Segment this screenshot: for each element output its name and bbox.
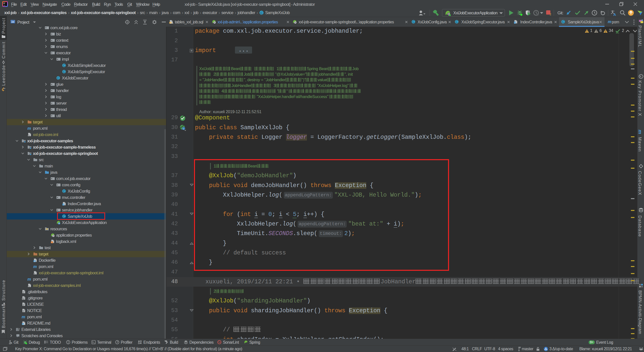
svg-text:C: C [63,70,65,74]
svg-text:C: C [63,64,65,67]
svg-text:C: C [562,20,565,24]
svg-text:D: D [34,260,35,262]
svg-text:MD: MD [22,323,25,325]
svg-text:m: m [27,126,31,130]
svg-text:m: m [27,277,31,281]
svg-text:c: c [183,127,184,130]
svg-text:C: C [260,11,263,15]
svg-text:m: m [22,315,25,319]
svg-text:J: J [63,203,64,205]
svg-text:m: m [608,20,611,24]
svg-text:SQL: SQL [170,22,173,24]
svg-text:‹›: ‹› [51,241,53,243]
svg-text:C: C [63,190,65,193]
svg-text:C: C [456,20,458,24]
svg-text:C: C [57,76,60,80]
svg-text:J: J [514,21,515,24]
svg-text:m: m [33,265,37,269]
svg-text:C: C [413,20,415,24]
svg-text:K: K [640,75,642,78]
